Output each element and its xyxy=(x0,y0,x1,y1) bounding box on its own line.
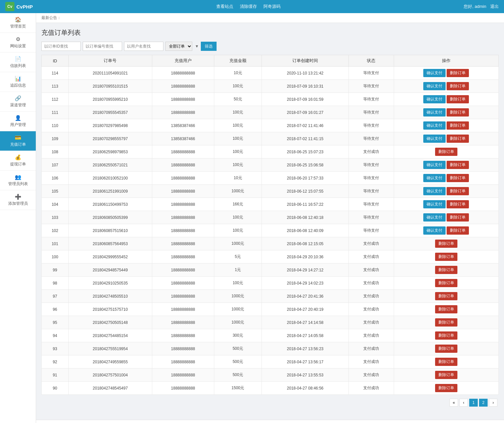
delete-order-btn[interactable]: 删除订单 xyxy=(435,240,457,248)
filter-orderno-input[interactable] xyxy=(83,42,122,51)
confirm-payment-btn[interactable]: 确认支付 xyxy=(423,69,446,77)
sidebar-item-list[interactable]: 📄 信故列表 xyxy=(0,53,36,72)
cell-status: 等待支付 xyxy=(348,93,394,106)
confirm-payment-btn[interactable]: 确认支付 xyxy=(423,187,446,195)
sidebar-item-track[interactable]: 📊 追踪信息 xyxy=(0,72,36,92)
sidebar-item-users[interactable]: 👤 用户管理 xyxy=(0,112,36,131)
confirm-payment-btn[interactable]: 确认支付 xyxy=(423,200,446,208)
table-row: 93201804275551995418888888888500元2018-04… xyxy=(42,342,499,355)
delete-order-btn[interactable]: 删除订单 xyxy=(447,200,469,208)
delete-order-btn[interactable]: 删除订单 xyxy=(447,108,469,116)
cell-orderno: 2018042948575449 xyxy=(68,264,152,277)
cell-user: 18888888888 xyxy=(152,106,214,119)
delete-order-btn[interactable]: 删除订单 xyxy=(435,345,457,353)
list-icon: 📄 xyxy=(15,56,21,62)
delete-order-btn[interactable]: 删除订单 xyxy=(435,318,457,327)
confirm-payment-btn[interactable]: 确认支付 xyxy=(423,121,446,130)
cell-orderno: 2018042749559855 xyxy=(68,355,152,369)
top-nav: Cv CvPHP 查看站点 清除缓存 阿奇源码 您好, admin 退出 xyxy=(0,0,504,13)
delete-order-btn[interactable]: 删除订单 xyxy=(447,187,469,195)
confirm-payment-btn[interactable]: 确认支付 xyxy=(423,82,446,90)
logo-icon: Cv xyxy=(5,2,14,11)
table-row: 111201807095554535718888888888100元2018-0… xyxy=(42,106,499,119)
cell-actions: 删除订单 xyxy=(394,303,499,316)
filter-button[interactable]: 筛选 xyxy=(201,42,217,51)
cell-actions: 确认支付删除订单 xyxy=(394,159,499,172)
cell-user: 18888888888 xyxy=(152,198,214,211)
page-first-btn[interactable]: « xyxy=(450,399,458,407)
sidebar-item-list-label: 信故列表 xyxy=(10,63,26,69)
cell-id: 93 xyxy=(42,342,69,355)
sidebar-item-settings[interactable]: ⚙ 网站设置 xyxy=(0,33,36,53)
footer: 版权所有 © 2017 阿奇源码 并保留所有权利。 xyxy=(36,420,504,423)
cell-amount: 50元 xyxy=(214,93,262,106)
confirm-payment-btn[interactable]: 确认支付 xyxy=(423,213,446,222)
cell-actions: 删除订单 xyxy=(394,382,499,395)
delete-order-btn[interactable]: 删除订单 xyxy=(447,95,469,103)
confirm-payment-btn[interactable]: 确认支付 xyxy=(423,108,446,116)
cell-orderno: 2018070955545357 xyxy=(68,106,152,119)
page-prev-btn[interactable]: ‹ xyxy=(459,399,468,407)
delete-order-btn[interactable]: 删除订单 xyxy=(435,253,457,261)
nav-view-site[interactable]: 查看站点 xyxy=(216,4,233,10)
confirm-payment-btn[interactable]: 确认支付 xyxy=(423,135,446,143)
sidebar-item-recharge[interactable]: 💳 充值订单 xyxy=(0,131,36,151)
delete-order-btn[interactable]: 删除订单 xyxy=(435,279,457,287)
cell-user: 18888888888 xyxy=(152,303,214,316)
table-row: 113201807095510151518888888888100元2018-0… xyxy=(42,80,499,93)
filter-status-select[interactable]: 全部订单 等待支付 支付成功 xyxy=(165,42,192,51)
orders-table: ID 订单号 充值用户 充值金额 订单创建时间 状态 操作 1142020111… xyxy=(41,55,499,395)
delete-order-btn[interactable]: 删除订单 xyxy=(435,358,457,366)
confirm-payment-btn[interactable]: 确认支付 xyxy=(423,226,446,235)
delete-order-btn[interactable]: 删除订单 xyxy=(435,266,457,274)
cell-id: 111 xyxy=(42,106,69,119)
main-content: 最新公告： 充值订单列表 全部订单 等待支付 支付成功 ▼ 筛选 xyxy=(36,13,504,423)
cell-amount: 1元 xyxy=(214,264,262,277)
logout-link[interactable]: 退出 xyxy=(490,4,499,10)
nav-source[interactable]: 阿奇源码 xyxy=(263,4,281,10)
settings-icon: ⚙ xyxy=(16,36,20,42)
table-row: 103201806085050539918888888888100元2018-0… xyxy=(42,211,499,224)
delete-order-btn[interactable]: 删除订单 xyxy=(447,121,469,130)
page-1-btn[interactable]: 1 xyxy=(469,399,478,407)
nav-clear-cache[interactable]: 清除缓存 xyxy=(240,4,257,10)
page-2-btn[interactable]: 2 xyxy=(479,399,488,407)
sidebar-item-withdraw[interactable]: 💰 提现订单 xyxy=(0,151,36,171)
cell-status: 等待支付 xyxy=(348,198,394,211)
confirm-payment-btn[interactable]: 确认支付 xyxy=(423,95,446,103)
delete-order-btn[interactable]: 删除订单 xyxy=(435,148,457,156)
delete-order-btn[interactable]: 删除订单 xyxy=(447,161,469,169)
page-next-btn[interactable]: › xyxy=(489,399,497,407)
delete-order-btn[interactable]: 删除订单 xyxy=(435,305,457,313)
delete-order-btn[interactable]: 删除订单 xyxy=(447,135,469,143)
delete-order-btn[interactable]: 删除订单 xyxy=(435,371,457,379)
filter-id-input[interactable] xyxy=(41,42,81,51)
cell-status: 等待支付 xyxy=(348,159,394,172)
cell-actions: 删除订单 xyxy=(394,277,499,290)
sidebar-item-add-admin[interactable]: ➕ 添加管理员 xyxy=(0,190,36,210)
delete-order-btn[interactable]: 删除订单 xyxy=(435,384,457,392)
cell-time: 2018-04-29 20:10:36 xyxy=(262,250,348,264)
cell-user: 18888888888 xyxy=(152,93,214,106)
delete-order-btn[interactable]: 删除订单 xyxy=(447,174,469,182)
sidebar-item-users-label: 用户管理 xyxy=(10,122,26,128)
filter-user-input[interactable] xyxy=(124,42,163,51)
confirm-payment-btn[interactable]: 确认支付 xyxy=(423,161,446,169)
delete-order-btn[interactable]: 删除订单 xyxy=(447,69,469,77)
sidebar-item-home[interactable]: 🏠 管理首页 xyxy=(0,13,36,33)
delete-order-btn[interactable]: 删除订单 xyxy=(447,226,469,235)
cell-time: 2018-04-27 13:56:17 xyxy=(262,355,348,369)
cell-amount: 1000元 xyxy=(214,237,262,250)
delete-order-btn[interactable]: 删除订单 xyxy=(447,213,469,222)
delete-order-btn[interactable]: 删除订单 xyxy=(435,331,457,340)
cell-time: 2018-06-25 15:07:23 xyxy=(262,145,348,159)
confirm-payment-btn[interactable]: 确认支付 xyxy=(423,174,446,182)
sidebar-item-admins[interactable]: 👥 管理员列表 xyxy=(0,171,36,190)
cell-amount: 100元 xyxy=(214,132,262,145)
cell-actions: 确认支付删除订单 xyxy=(394,67,499,80)
sidebar-item-channel[interactable]: 🔗 渠道管理 xyxy=(0,92,36,112)
delete-order-btn[interactable]: 删除订单 xyxy=(447,82,469,90)
delete-order-btn[interactable]: 删除订单 xyxy=(435,292,457,300)
cell-time: 2018-04-27 20:40:19 xyxy=(262,303,348,316)
table-row: 91201804275750100418888888888500元2018-04… xyxy=(42,369,499,382)
